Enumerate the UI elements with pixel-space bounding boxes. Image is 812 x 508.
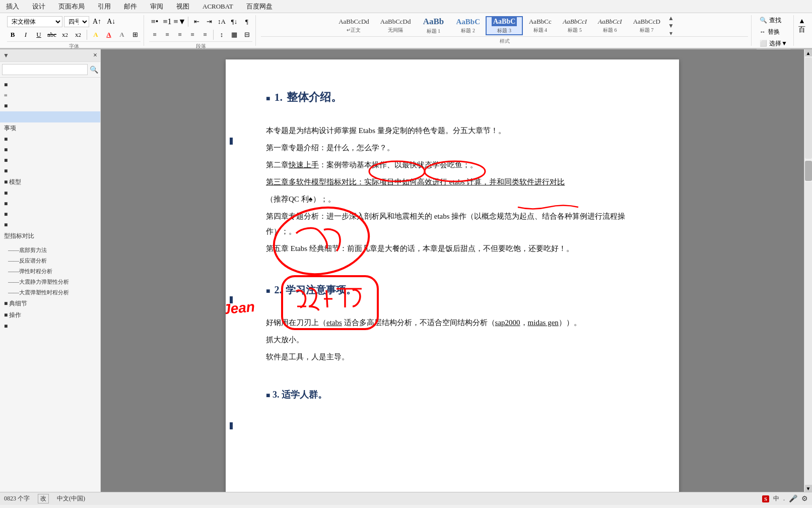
- replace-btn[interactable]: ↔替换: [760, 28, 780, 36]
- ribbon-collapse-btn[interactable]: ▲: [798, 17, 805, 25]
- nav-item-7[interactable]: ■: [0, 199, 100, 209]
- font-name-selector[interactable]: 宋文楷体: [7, 16, 62, 27]
- nav-item-1[interactable]: ≡: [0, 90, 100, 101]
- font-size-selector[interactable]: 四号: [64, 16, 89, 27]
- nav-item-2[interactable]: ■: [0, 134, 100, 145]
- sidebar-search-btn[interactable]: 🔍: [90, 66, 98, 74]
- style-no-spacing[interactable]: AaBbCcDd 无间隔: [375, 16, 417, 35]
- distributed-btn[interactable]: ≡: [199, 29, 211, 40]
- styles-gallery: AaBbCcDd ↵正文 AaBbCcDd 无间隔 AaBb 标题 1 AaBb…: [333, 16, 666, 35]
- nav-item-top[interactable]: ■: [0, 101, 100, 111]
- underline-btn[interactable]: U: [33, 29, 44, 40]
- style-h7[interactable]: AaBbCcD 标题 7: [628, 16, 666, 35]
- nav-item-6[interactable]: ■: [0, 188, 100, 199]
- justify-btn[interactable]: ≡: [187, 29, 198, 40]
- strikethrough-btn[interactable]: abc: [46, 29, 57, 40]
- menu-acrobat[interactable]: ACROBAT: [200, 2, 235, 12]
- menu-design[interactable]: 设计: [30, 1, 47, 12]
- nav-item-dazhen2[interactable]: ——大震弹塑性时程分析: [0, 287, 100, 298]
- styles-group-label: 样式: [261, 36, 748, 45]
- menu-baidu[interactable]: 百度网盘: [244, 1, 275, 12]
- superscript-btn[interactable]: x2: [73, 29, 84, 40]
- nav-item-caozuo[interactable]: ■ 操作: [0, 309, 100, 321]
- style-h6[interactable]: AaBbCcI 标题 6: [592, 16, 628, 35]
- text-highlight-btn[interactable]: A: [90, 29, 101, 40]
- nav-item-0[interactable]: ■: [0, 80, 100, 90]
- line-spacing-btn[interactable]: ↕: [216, 29, 227, 40]
- shading-btn[interactable]: ▦: [229, 29, 240, 40]
- nav-item-end[interactable]: ■: [0, 321, 100, 332]
- menu-view[interactable]: 视图: [174, 1, 191, 12]
- nav-item-jianlifa[interactable]: ——底部剪力法: [0, 245, 100, 256]
- bold-btn[interactable]: B: [7, 29, 18, 40]
- nav-item-moxing[interactable]: ■ 模型: [0, 176, 100, 188]
- style-h5[interactable]: AaBbCcI 标题 5: [557, 16, 592, 35]
- indent-decrease-btn[interactable]: ⇤: [191, 16, 202, 27]
- nav-item-5[interactable]: ■: [0, 166, 100, 176]
- sidebar-close-btn[interactable]: ×: [93, 51, 97, 59]
- bullets-btn[interactable]: ≡•: [149, 16, 160, 27]
- show-marks-btn[interactable]: ¶↓: [229, 16, 240, 27]
- nav-item-tanxing[interactable]: ——弹性时程分析: [0, 266, 100, 277]
- nav-item-active[interactable]: [0, 111, 100, 122]
- menu-insert[interactable]: 插入: [4, 1, 21, 12]
- right-scrollbar[interactable]: ▲ ▼: [804, 49, 812, 492]
- multilevel-btn[interactable]: ≡▼: [174, 16, 185, 27]
- sort-btn[interactable]: ↕A: [216, 16, 227, 27]
- align-right-btn[interactable]: ≡: [174, 29, 185, 40]
- font-grow-btn[interactable]: A↑: [91, 17, 103, 27]
- menu-bar: 插入 设计 页面布局 引用 邮件 审阅 视图 ACROBAT 百度网盘: [0, 0, 812, 13]
- menu-references[interactable]: 引用: [96, 1, 113, 12]
- menu-layout[interactable]: 页面布局: [56, 1, 87, 12]
- page-margin-mark2: [230, 296, 233, 303]
- indent-increase-btn[interactable]: ⇥: [204, 16, 215, 27]
- style-h4[interactable]: AaBbCc 标题 4: [523, 16, 557, 35]
- style-h2[interactable]: AaBbC 标题 2: [450, 16, 486, 35]
- nav-item-shixiang[interactable]: 事项: [0, 122, 100, 134]
- styles-scroll[interactable]: ▲ ▼ ▾: [666, 16, 676, 35]
- section3-heading: 3. 适学人群。: [266, 389, 639, 401]
- para-ch5: 第五章 Etabs 经典细节：前面几章是大餐的话，本章是饭后甜点，不但要吃饱，还…: [266, 241, 639, 256]
- ime-indicator: 中: [773, 494, 779, 503]
- style-h3[interactable]: AaBbC 标题 3: [486, 16, 523, 35]
- find-btn[interactable]: 🔍查找: [760, 16, 781, 25]
- nav-item-4[interactable]: ■: [0, 155, 100, 166]
- section2-title: 学习注意事项。: [286, 283, 356, 297]
- paragraph-group-label: 段落: [149, 41, 252, 50]
- sidebar-search-input[interactable]: [2, 64, 88, 75]
- settings-icon[interactable]: ⚙: [801, 494, 808, 503]
- nav-item-9[interactable]: ■: [0, 220, 100, 230]
- section3-title: 适学人群。: [282, 390, 327, 400]
- font-color-btn[interactable]: A: [103, 29, 114, 40]
- align-left-btn[interactable]: ≡: [149, 29, 160, 40]
- select-btn[interactable]: ⬜选择▼: [760, 39, 787, 48]
- numbering-btn[interactable]: ≡1: [162, 16, 173, 27]
- nav-item-8[interactable]: ■: [0, 209, 100, 220]
- sep2: [188, 17, 188, 27]
- menu-mailings[interactable]: 邮件: [122, 1, 139, 12]
- borders2-btn[interactable]: ⊟: [241, 29, 252, 40]
- align-center-btn[interactable]: ≡: [162, 29, 173, 40]
- nav-item-3[interactable]: ■: [0, 145, 100, 155]
- para-ch2: 第二章快速上手：案例带动基本操作、以最快状态学会吃鱼；。: [266, 157, 639, 172]
- style-h1[interactable]: AaBb 标题 1: [416, 16, 450, 35]
- sidebar-nav: ■ ≡ ■ 事项 ■ ■ ■ ■ ■ 模型 ■ ■ ■ ■ 型指标对比 ——底部…: [0, 78, 100, 492]
- nav-item-dazhen1[interactable]: ——大震静力弹塑性分析: [0, 277, 100, 287]
- nav-item-xianjie[interactable]: ■ 典细节: [0, 298, 100, 309]
- punctuation-indicator: .: [783, 495, 785, 502]
- style-normal[interactable]: AaBbCcDd ↵正文: [333, 16, 375, 35]
- font-group-label: 字体: [7, 41, 141, 50]
- para-extra-btn[interactable]: ¶: [241, 16, 252, 27]
- page-margin-mark: [230, 138, 233, 145]
- font-group: 宋文楷体 四号 A↑ A↓ B I U abc x2 x2 A: [4, 15, 144, 46]
- text-effect-btn[interactable]: A: [116, 29, 127, 40]
- nav-item-fuying[interactable]: ——反应谱分析: [0, 256, 100, 266]
- borders-btn[interactable]: ⊞: [129, 29, 141, 40]
- subscript-btn[interactable]: x2: [59, 29, 71, 40]
- menu-review[interactable]: 审阅: [148, 1, 165, 12]
- nav-item-zhibiao[interactable]: 型指标对比: [0, 230, 100, 242]
- font-shrink-btn[interactable]: A↓: [105, 17, 117, 27]
- italic-btn[interactable]: I: [20, 29, 31, 40]
- ribbon-expand-btn[interactable]: 百: [798, 25, 805, 34]
- styles-group: AaBbCcDd ↵正文 AaBbCcDd 无间隔 AaBb 标题 1 AaBb…: [258, 15, 752, 46]
